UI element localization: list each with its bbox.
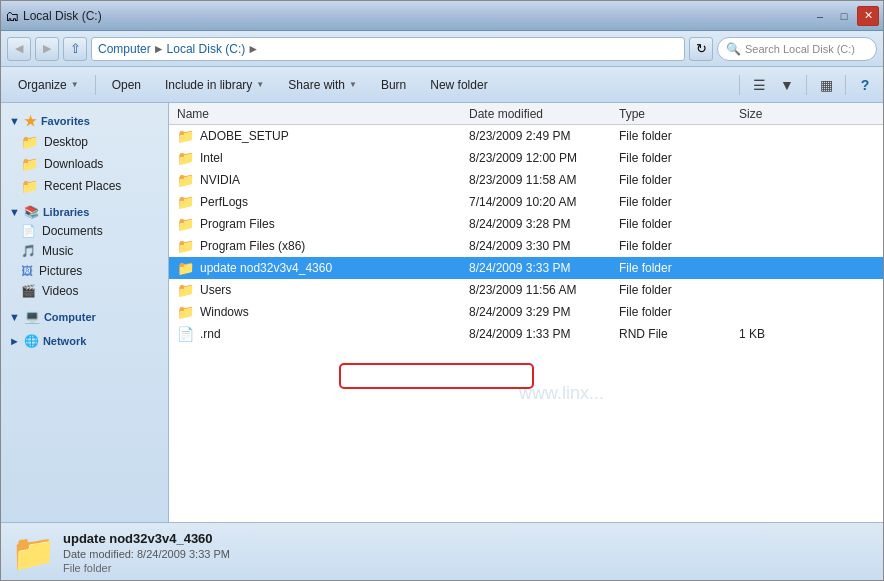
table-row[interactable]: 📁 Program Files 8/24/2009 3:28 PM File f… <box>169 213 883 235</box>
table-row[interactable]: 📁 Intel 8/23/2009 12:00 PM File folder <box>169 147 883 169</box>
organize-button[interactable]: Organize ▼ <box>7 72 90 98</box>
title-bar-icon: 🗂 <box>5 8 19 24</box>
toolbar-right: ☰ ▼ ▦ ? <box>736 73 877 97</box>
file-name-cell: 📁 Program Files (x86) <box>169 238 469 254</box>
address-crumb-computer[interactable]: Computer <box>98 42 151 56</box>
toolbar: Organize ▼ Open Include in library ▼ Sha… <box>1 67 883 103</box>
table-row[interactable]: 📁 Program Files (x86) 8/24/2009 3:30 PM … <box>169 235 883 257</box>
libraries-lib-icon: 📚 <box>24 205 39 219</box>
file-name-cell: 📁 Program Files <box>169 216 469 232</box>
view-details-button[interactable]: ☰ <box>747 73 771 97</box>
table-row[interactable]: 📁 ADOBE_SETUP 8/23/2009 2:49 PM File fol… <box>169 125 883 147</box>
libraries-header[interactable]: ▼ 📚 Libraries <box>1 203 168 221</box>
status-bar: 📁 update nod32v3v4_4360 Date modified: 8… <box>1 522 883 581</box>
libraries-label: Libraries <box>43 206 89 218</box>
favorites-star-icon: ★ <box>24 113 37 129</box>
organize-arrow: ▼ <box>71 80 79 89</box>
status-date-label: Date modified: <box>63 548 137 560</box>
sidebar-item-documents[interactable]: 📄 Documents <box>1 221 168 241</box>
col-header-date[interactable]: Date modified <box>469 107 619 121</box>
folder-icon: 📁 <box>177 194 194 210</box>
network-header[interactable]: ► 🌐 Network <box>1 332 168 350</box>
file-type-cell: File folder <box>619 151 739 165</box>
search-box[interactable]: 🔍 Search Local Disk (C:) <box>717 37 877 61</box>
file-size-cell: 1 KB <box>739 327 819 341</box>
toolbar-separator-2 <box>739 75 740 95</box>
file-name-cell: 📁 PerfLogs <box>169 194 469 210</box>
title-bar-title: Local Disk (C:) <box>23 9 102 23</box>
table-row[interactable]: 📄 .rnd 8/24/2009 1:33 PM RND File 1 KB <box>169 323 883 345</box>
up-button[interactable]: ⇧ <box>63 37 87 61</box>
col-header-size[interactable]: Size <box>739 107 819 121</box>
sidebar-item-music-label: Music <box>42 244 73 258</box>
new-folder-button[interactable]: New folder <box>419 72 498 98</box>
include-library-arrow: ▼ <box>256 80 264 89</box>
file-date-cell: 7/14/2009 10:20 AM <box>469 195 619 209</box>
maximize-button[interactable]: □ <box>833 6 855 26</box>
desktop-folder-icon: 📁 <box>21 134 38 150</box>
table-row[interactable]: 📁 NVIDIA 8/23/2009 11:58 AM File folder <box>169 169 883 191</box>
col-header-type[interactable]: Type <box>619 107 739 121</box>
network-collapse-icon: ► <box>9 335 20 347</box>
favorites-header[interactable]: ▼ ★ Favorites <box>1 111 168 131</box>
organize-label: Organize <box>18 78 67 92</box>
status-meta: Date modified: 8/24/2009 3:33 PM <box>63 548 230 560</box>
table-row[interactable]: 📁 PerfLogs 7/14/2009 10:20 AM File folde… <box>169 191 883 213</box>
sidebar-item-downloads[interactable]: 📁 Downloads <box>1 153 168 175</box>
sidebar-item-recent-places[interactable]: 📁 Recent Places <box>1 175 168 197</box>
sidebar-item-videos[interactable]: 🎬 Videos <box>1 281 168 301</box>
title-bar: 🗂 Local Disk (C:) – □ ✕ <box>1 1 883 31</box>
table-row[interactable]: 📁 Windows 8/24/2009 3:29 PM File folder <box>169 301 883 323</box>
open-button[interactable]: Open <box>101 72 152 98</box>
address-path[interactable]: Computer ► Local Disk (C:) ► <box>91 37 685 61</box>
sidebar-item-pictures[interactable]: 🖼 Pictures <box>1 261 168 281</box>
preview-pane-button[interactable]: ▦ <box>814 73 838 97</box>
forward-button[interactable]: ▶ <box>35 37 59 61</box>
address-crumb-localdisk[interactable]: Local Disk (C:) <box>167 42 246 56</box>
new-folder-label: New folder <box>430 78 487 92</box>
file-type-cell: File folder <box>619 239 739 253</box>
file-name-label: Program Files (x86) <box>200 239 305 253</box>
file-date-cell: 8/23/2009 2:49 PM <box>469 129 619 143</box>
col-header-name[interactable]: Name <box>169 107 469 121</box>
help-button[interactable]: ? <box>853 73 877 97</box>
view-dropdown-button[interactable]: ▼ <box>775 73 799 97</box>
file-name-label: Windows <box>200 305 249 319</box>
file-name-label: PerfLogs <box>200 195 248 209</box>
sidebar-item-downloads-label: Downloads <box>44 157 103 171</box>
file-name-cell: 📁 Users <box>169 282 469 298</box>
status-name: update nod32v3v4_4360 <box>63 531 230 546</box>
sidebar-item-desktop[interactable]: 📁 Desktop <box>1 131 168 153</box>
file-type-cell: File folder <box>619 195 739 209</box>
file-date-cell: 8/24/2009 3:33 PM <box>469 261 619 275</box>
back-button[interactable]: ◀ <box>7 37 31 61</box>
file-type-cell: File folder <box>619 283 739 297</box>
file-name-label: Intel <box>200 151 223 165</box>
close-button[interactable]: ✕ <box>857 6 879 26</box>
main-container: ▼ ★ Favorites 📁 Desktop 📁 Downloads 📁 Re… <box>1 103 883 522</box>
pictures-lib-icon: 🖼 <box>21 264 33 278</box>
refresh-button[interactable]: ↻ <box>689 37 713 61</box>
table-row[interactable]: 📁 Users 8/23/2009 11:56 AM File folder <box>169 279 883 301</box>
burn-button[interactable]: Burn <box>370 72 417 98</box>
sidebar-item-music[interactable]: 🎵 Music <box>1 241 168 261</box>
file-list: Name Date modified Type Size 📁 ADOBE_SET… <box>169 103 883 522</box>
title-bar-buttons: – □ ✕ <box>809 6 879 26</box>
include-library-button[interactable]: Include in library ▼ <box>154 72 275 98</box>
share-with-label: Share with <box>288 78 345 92</box>
status-type: File folder <box>63 562 230 574</box>
file-date-cell: 8/24/2009 3:28 PM <box>469 217 619 231</box>
recent-places-folder-icon: 📁 <box>21 178 38 194</box>
file-date-cell: 8/23/2009 11:58 AM <box>469 173 619 187</box>
share-with-button[interactable]: Share with ▼ <box>277 72 368 98</box>
favorites-label: Favorites <box>41 115 90 127</box>
file-name-label: ADOBE_SETUP <box>200 129 289 143</box>
folder-icon: 📁 <box>177 216 194 232</box>
toolbar-separator-1 <box>95 75 96 95</box>
file-name-label: update nod32v3v4_4360 <box>200 261 332 275</box>
network-label: Network <box>43 335 86 347</box>
computer-icon: 💻 <box>24 309 40 324</box>
minimize-button[interactable]: – <box>809 6 831 26</box>
computer-header[interactable]: ▼ 💻 Computer <box>1 307 168 326</box>
table-row[interactable]: 📁 update nod32v3v4_4360 8/24/2009 3:33 P… <box>169 257 883 279</box>
